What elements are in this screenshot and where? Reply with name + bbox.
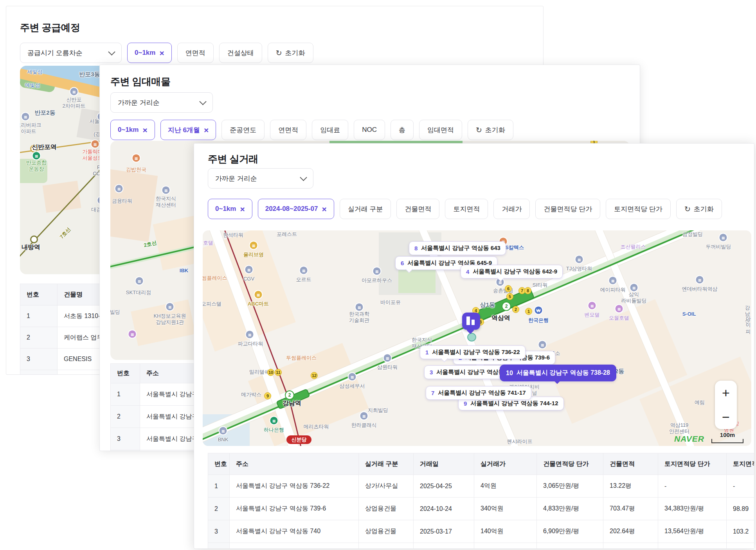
table-cell — [111, 450, 140, 451]
table-cell: 1 — [20, 306, 58, 327]
filter-button[interactable]: 층 — [391, 120, 414, 140]
poi-icon: ▦ — [349, 373, 356, 381]
filter-button[interactable]: 건물면적 — [396, 199, 439, 219]
rent-filter-buttons: 준공연도연면적임대료NOC층임대면적 — [221, 120, 462, 140]
numbered-map-marker[interactable]: 6 — [505, 285, 512, 292]
map-label: 한석타워 — [223, 232, 243, 238]
poi-icon: ▦ — [384, 354, 391, 362]
map-label: 포레스트 — [277, 231, 297, 237]
map-label: 신반포역 — [32, 143, 57, 151]
table-header-cell: 번호 — [20, 284, 58, 306]
filter-chip[interactable]: 2024-08~2025-07× — [258, 199, 334, 219]
filter-chip[interactable]: 0~1km× — [110, 120, 155, 140]
filter-button[interactable]: 토지면적당 단가 — [606, 199, 671, 219]
scale-bar — [711, 439, 743, 443]
poi-icon: ▦ — [609, 277, 617, 284]
trade-reset-button[interactable]: ↻ 초기화 — [676, 199, 722, 219]
poi-icon: ▦ — [360, 412, 368, 420]
remove-chip-icon[interactable]: × — [204, 126, 209, 134]
tan-block — [110, 169, 158, 242]
poi-icon: ▦ — [589, 302, 596, 309]
table-row[interactable] — [208, 543, 754, 549]
remove-chip-icon[interactable]: × — [240, 205, 245, 213]
poi-icon: ▦ — [133, 155, 140, 162]
zoom-in-button[interactable]: + — [722, 386, 730, 399]
rent-sort-dropdown[interactable]: 가까운 거리순 — [110, 92, 213, 113]
poi-icon: ▦ — [129, 331, 136, 338]
table-header-cell: 건물면적당 단가 — [537, 453, 603, 475]
filter-button[interactable]: 거래가 — [493, 199, 530, 219]
filter-button[interactable]: 실거래 구분 — [340, 199, 391, 219]
table-cell: 98.89 — [727, 498, 754, 520]
remove-chip-icon[interactable]: × — [142, 126, 147, 134]
numbered-map-marker[interactable]: 11 — [275, 369, 282, 376]
filter-button[interactable]: 토지면적 — [445, 199, 488, 219]
map-label: 강남역 — [283, 399, 301, 407]
filter-button[interactable]: 연면적 — [177, 43, 214, 63]
map-label: S-OIL — [682, 311, 696, 317]
trade-sort-dropdown[interactable]: 가까운 거리순 — [208, 168, 313, 189]
filter-button[interactable]: 건물면적당 단가 — [535, 199, 600, 219]
trade-map[interactable]: 신분당 호텔한석타워포레스트올리브영썸플레이스CGV오르트오피스텔ABC마트파고… — [203, 230, 751, 446]
filter-chip[interactable]: 0~1km× — [127, 43, 172, 63]
address-marker-pill[interactable]: 1서울특별시 강남구 역삼동 736-22 — [420, 345, 526, 359]
numbered-map-marker[interactable]: 2 — [512, 306, 519, 313]
property-pin[interactable] — [462, 313, 480, 330]
numbered-map-marker[interactable]: 8 — [524, 287, 531, 294]
poi-icon: ▦ — [22, 113, 29, 120]
table-row[interactable]: 2서울특별시 강남구 역삼동 739-6상업용건물2024-10-24340억원… — [208, 498, 754, 520]
map-label: 예림 — [695, 399, 705, 406]
map-label: 한라클래식 — [351, 422, 377, 428]
table-cell: 2025-04-25 — [414, 475, 474, 498]
supply-chips: 0~1km× — [127, 43, 172, 63]
remove-chip-icon[interactable]: × — [159, 49, 164, 57]
address-marker-pill[interactable]: 7서울특별시 강남구 역삼동 741-17 — [426, 386, 531, 400]
map-label: 역삼119 안전센터 — [669, 422, 689, 435]
panel-supply-filter-row: 공급시기 오름차순 0~1km× 연면적건설상태 ↻ 초기화 — [20, 43, 313, 63]
rent-reset-button[interactable]: ↻ 초기화 — [468, 120, 513, 140]
map-label: 역삼역 — [491, 314, 510, 322]
zoom-out-button[interactable]: − — [722, 410, 730, 424]
table-row[interactable]: 1서울특별시 강남구 역삼동 736-22상가/사무실2025-04-254억원… — [208, 475, 754, 498]
map-label: KH정보교육원 강남지원1관 — [153, 313, 186, 326]
marker-address: 서울특별시 강남구 역삼동 643 — [421, 244, 500, 252]
trade-table-wrap: 번호주소실거래 구분거래일실거래가건물면적당 단가건물면적토지면적당 단가토지면… — [208, 453, 754, 548]
table-header-cell: 실거래가 — [474, 453, 537, 475]
chip-label: 0~1km — [118, 126, 139, 134]
table-row[interactable]: 3서울특별시 강남구 역삼동 740상업용건물2025-03-17140억원6,… — [208, 520, 754, 543]
numbered-map-marker[interactable]: 5 — [506, 293, 513, 300]
filter-chip[interactable]: 0~1km× — [208, 199, 252, 219]
map-label: 반포종합 운동장 — [26, 160, 47, 173]
table-cell: 3 — [208, 520, 230, 543]
table-cell: 703.47평 — [603, 498, 658, 520]
panel-supply-title: 주변 공급예정 — [20, 21, 80, 34]
table-cell: 13,564만원/평 — [658, 520, 727, 543]
filter-button[interactable]: NOC — [354, 120, 385, 140]
supply-reset-button[interactable]: ↻ 초기화 — [268, 43, 313, 63]
map-label: 벤모텔 — [585, 312, 600, 318]
filter-chip[interactable]: 지난 6개월× — [160, 120, 216, 140]
numbered-map-marker[interactable]: 1 — [525, 308, 532, 315]
map-label: 빌딩 — [110, 309, 120, 315]
marker-number: 3 — [430, 369, 433, 376]
filter-button[interactable]: 임대료 — [312, 120, 348, 140]
park-block — [398, 268, 436, 293]
shinbundang-badge: 신분당 — [286, 435, 311, 444]
table-cell — [359, 543, 414, 549]
table-cell: 34,383만원/평 — [658, 498, 727, 520]
table-cell: 202.64평 — [603, 520, 658, 543]
poi-icon: ▦ — [539, 341, 546, 349]
filter-button[interactable]: 연면적 — [270, 120, 306, 140]
remove-chip-icon[interactable]: × — [322, 205, 326, 213]
filter-button[interactable]: 건설상태 — [219, 43, 262, 63]
marker-number: 8 — [414, 245, 418, 252]
filter-button[interactable]: 준공연도 — [221, 120, 265, 140]
numbered-map-marker[interactable]: 9 — [264, 392, 271, 399]
table-cell: 4억원 — [474, 475, 537, 498]
table-cell — [208, 543, 230, 549]
address-marker-pill[interactable]: 4서울특별시 강남구 역삼동 642-9 — [461, 265, 563, 279]
supply-sort-dropdown[interactable]: 공급시기 오름차순 — [20, 43, 122, 63]
address-marker-pill[interactable]: 10서울특별시 강남구 역삼동 738-28 — [500, 365, 616, 381]
filter-button[interactable]: 임대면적 — [419, 120, 462, 140]
address-marker-pill[interactable]: 8서울특별시 강남구 역삼동 643 — [409, 241, 506, 255]
